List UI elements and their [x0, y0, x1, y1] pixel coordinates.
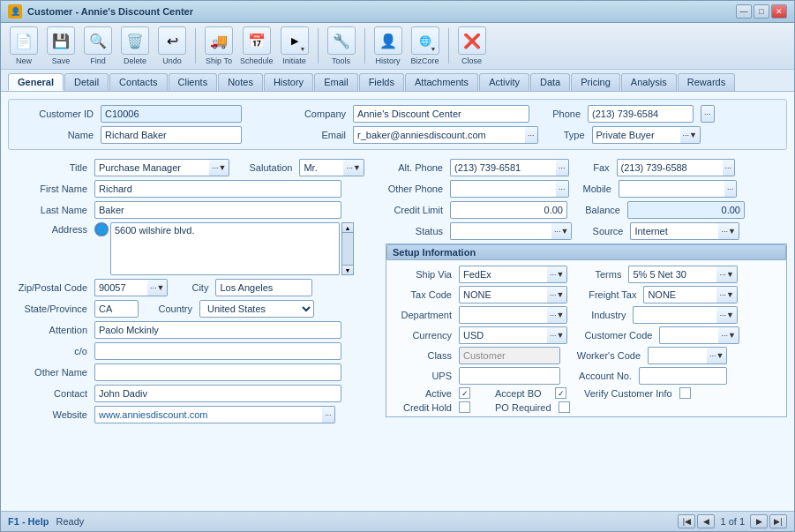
tab-general[interactable]: General	[8, 73, 64, 91]
balance-input[interactable]	[627, 201, 745, 219]
zip-input[interactable]	[94, 279, 147, 296]
porequired-checkbox[interactable]	[559, 401, 570, 413]
terms-input[interactable]	[628, 266, 716, 283]
salutation-dropdown[interactable]: ···▼	[343, 159, 364, 176]
tab-rewards[interactable]: Rewards	[678, 73, 735, 91]
save-button[interactable]: 💾 Save	[45, 26, 77, 65]
company-input[interactable]	[353, 105, 529, 123]
globe-button[interactable]: 🌐	[94, 222, 109, 236]
ups-input[interactable]	[459, 367, 560, 385]
altphone-input[interactable]	[450, 159, 556, 176]
website-input[interactable]	[94, 406, 322, 423]
accountno-input[interactable]	[639, 367, 727, 385]
website-dropdown[interactable]: ···	[322, 406, 335, 423]
title-input[interactable]	[94, 159, 209, 176]
email-dropdown[interactable]: ···	[525, 126, 538, 144]
new-button[interactable]: 📄 New	[8, 26, 40, 65]
state-input[interactable]	[94, 300, 139, 318]
tab-fields[interactable]: Fields	[359, 73, 404, 91]
tab-email[interactable]: Email	[314, 73, 358, 91]
workerscode-input[interactable]	[648, 347, 707, 364]
type-dropdown[interactable]: ···▼	[680, 126, 701, 144]
source-input[interactable]	[630, 222, 718, 240]
lastname-input[interactable]	[94, 201, 341, 219]
prev-record-button[interactable]: ◀	[697, 514, 715, 528]
tab-history[interactable]: History	[264, 73, 313, 91]
dept-dropdown[interactable]: ···▼	[547, 306, 567, 324]
contact-input[interactable]	[94, 385, 341, 402]
source-dropdown[interactable]: ···▼	[718, 222, 739, 240]
first-record-button[interactable]: |◀	[678, 514, 695, 528]
attention-input[interactable]	[94, 321, 341, 339]
bizcore-button[interactable]: 🌐 ▼ BizCore	[409, 26, 441, 65]
status-dropdown[interactable]: ···▼	[551, 222, 572, 240]
delete-button[interactable]: 🗑️ Delete	[119, 26, 151, 65]
taxcode-dropdown[interactable]: ···▼	[547, 286, 567, 303]
creditlimit-input[interactable]	[450, 201, 567, 219]
custcode-dropdown[interactable]: ···▼	[718, 326, 739, 344]
undo-button[interactable]: ↩ Undo	[156, 26, 188, 65]
firstname-input[interactable]	[94, 180, 341, 198]
city-input[interactable]	[215, 279, 312, 296]
country-select[interactable]: United States	[199, 300, 314, 318]
title-dropdown[interactable]: ···▼	[209, 159, 229, 176]
type-input[interactable]	[592, 126, 680, 144]
find-button[interactable]: 🔍 Find	[82, 26, 114, 65]
acceptbo-checkbox[interactable]	[555, 387, 566, 399]
scroll-down-button[interactable]: ▼	[341, 265, 354, 275]
tab-clients[interactable]: Clients	[169, 73, 218, 91]
salutation-input[interactable]	[299, 159, 343, 176]
mobile-input[interactable]	[619, 180, 724, 198]
otherphone-dropdown[interactable]: ···	[556, 180, 569, 198]
phone-dropdown[interactable]: ···	[701, 105, 715, 123]
dept-input[interactable]	[459, 306, 547, 324]
taxcode-input[interactable]	[459, 286, 547, 303]
tab-data[interactable]: Data	[530, 73, 570, 91]
active-checkbox[interactable]	[459, 387, 470, 399]
fax-input[interactable]	[617, 159, 723, 176]
status-input[interactable]	[450, 222, 551, 240]
otherphone-input[interactable]	[450, 180, 556, 198]
customer-id-input[interactable]	[101, 105, 242, 123]
mobile-dropdown[interactable]: ···	[724, 180, 738, 198]
tab-notes[interactable]: Notes	[218, 73, 263, 91]
shipvia-input[interactable]	[459, 266, 547, 283]
initiate-button[interactable]: ▶ ▼ Initiate	[279, 26, 311, 65]
zip-dropdown[interactable]: ···▼	[147, 279, 168, 296]
freighttax-dropdown[interactable]: ···▼	[716, 286, 737, 303]
address-textarea[interactable]: 5600 wilshire blvd.	[110, 222, 340, 275]
freighttax-input[interactable]	[643, 286, 716, 303]
name-input[interactable]	[101, 126, 242, 144]
minimize-button[interactable]: —	[736, 4, 752, 19]
class-input[interactable]	[459, 347, 560, 364]
industry-dropdown[interactable]: ···▼	[716, 306, 737, 324]
scroll-up-button[interactable]: ▲	[341, 222, 354, 233]
workerscode-dropdown[interactable]: ···▼	[707, 347, 727, 364]
tab-activity[interactable]: Activity	[479, 73, 529, 91]
close-button[interactable]: ✕	[771, 4, 787, 19]
tab-detail[interactable]: Detail	[64, 73, 109, 91]
verify-checkbox[interactable]	[679, 387, 691, 399]
fax-dropdown[interactable]: ···	[723, 159, 736, 176]
currency-dropdown[interactable]: ···▼	[547, 326, 567, 344]
history-button[interactable]: 👤 History	[372, 26, 404, 65]
tab-contacts[interactable]: Contacts	[109, 73, 167, 91]
custcode-input[interactable]	[659, 326, 718, 344]
tab-attachments[interactable]: Attachments	[405, 73, 478, 91]
phone-input[interactable]	[588, 105, 694, 123]
terms-dropdown[interactable]: ···▼	[716, 266, 737, 283]
currency-input[interactable]	[459, 326, 547, 344]
shipvia-dropdown[interactable]: ···▼	[547, 266, 567, 283]
co-input[interactable]	[94, 342, 341, 360]
ship-to-button[interactable]: 🚚 Ship To	[203, 26, 235, 65]
maximize-button[interactable]: □	[754, 4, 769, 19]
email-input[interactable]	[353, 126, 525, 144]
last-record-button[interactable]: ▶|	[769, 514, 787, 528]
tab-pricing[interactable]: Pricing	[571, 73, 620, 91]
next-record-button[interactable]: ▶	[750, 514, 768, 528]
tab-analysis[interactable]: Analysis	[621, 73, 677, 91]
industry-input[interactable]	[633, 306, 716, 324]
close-toolbar-button[interactable]: ❌ Close	[456, 26, 488, 65]
altphone-dropdown[interactable]: ···	[556, 159, 569, 176]
schedule-button[interactable]: 📅 Schedule	[240, 26, 274, 65]
